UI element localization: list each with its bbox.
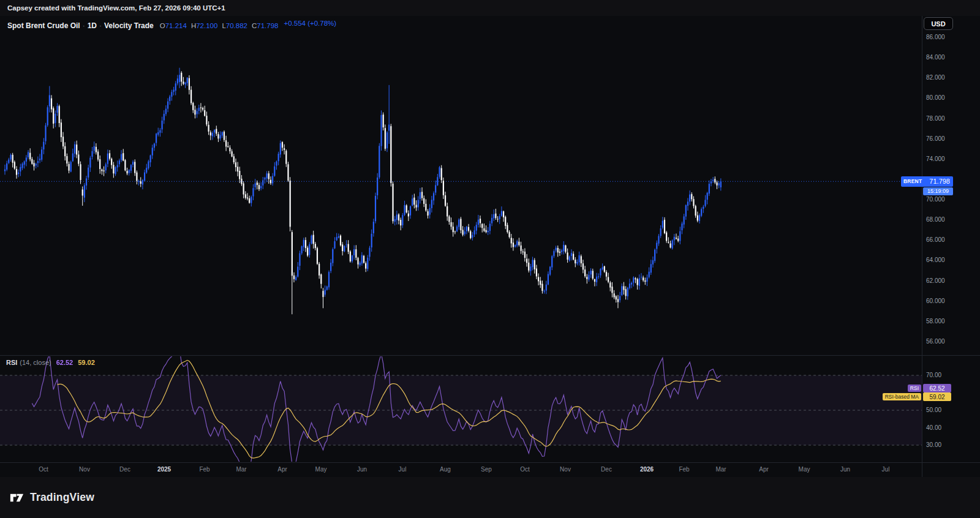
rsi-indicator-params: (14, close) — [20, 359, 51, 366]
rsi-series-label: RSI — [908, 385, 921, 392]
price-badge-symbol: BRENT — [903, 178, 922, 184]
high-label: H — [191, 22, 196, 29]
price-axis-tick: 56.000 — [926, 338, 945, 345]
attribution-text: Capsey created with TradingView.com, Feb… — [7, 4, 225, 12]
rsi-current-value: 62.52 — [56, 359, 74, 366]
tradingview-logo-icon[interactable] — [9, 489, 25, 506]
time-axis-tick: Dec — [601, 466, 612, 473]
rsi-value-badge: 62.52 — [923, 384, 951, 392]
footer-bar: TradingView — [0, 477, 980, 518]
price-axis-tick: 84.000 — [926, 54, 945, 61]
time-axis-tick: Jul — [399, 466, 407, 473]
time-axis-tick: May — [315, 466, 327, 473]
price-axis-tick: 60.000 — [926, 298, 945, 304]
open-value: 71.214 — [165, 22, 187, 29]
time-axis[interactable]: OctNovDec2025FebMarAprMayJunJulAugSepOct… — [0, 463, 922, 477]
rsi-ma-series-label: RSI-based MA — [883, 393, 921, 400]
time-axis-tick: May — [799, 466, 810, 473]
change-value: +0.554 (+0.78%) — [284, 20, 336, 31]
symbol-title[interactable]: Spot Brent Crude Oil — [7, 21, 80, 30]
high-value: 72.100 — [196, 22, 217, 29]
rsi-band-background — [0, 375, 922, 445]
price-axis-tick: 76.000 — [926, 135, 945, 142]
price-axis-tick: 64.000 — [926, 257, 945, 263]
price-axis-tick: 68.000 — [926, 216, 945, 223]
price-axis-tick: 86.000 — [926, 34, 945, 40]
time-axis-tick: Apr — [759, 466, 769, 473]
open-label: O — [160, 22, 165, 29]
interval-label[interactable]: 1D — [88, 21, 97, 30]
rsi-legend: RSI (14, close) 62.52 59.02 — [6, 359, 95, 366]
price-axis-tick: 78.000 — [926, 115, 945, 122]
time-axis-tick: Jun — [840, 466, 850, 473]
ohlc-values: O71.214 H72.100 L70.882 C71.798 +0.554 (… — [160, 20, 336, 31]
time-axis-tick: 2025 — [157, 466, 171, 473]
rsi-axis-tick: 50.00 — [926, 407, 941, 413]
price-axis-tick: 58.000 — [926, 318, 945, 325]
time-axis-tick: Aug — [440, 466, 451, 473]
candlestick-series — [4, 68, 722, 315]
time-axis-tick: Nov — [560, 466, 571, 473]
time-axis-tick: 2026 — [640, 466, 654, 473]
time-axis-tick: Mar — [715, 466, 726, 473]
tradingview-brand-text[interactable]: TradingView — [30, 491, 94, 504]
symbol-legend: Spot Brent Crude Oil · 1D · Velocity Tra… — [7, 20, 336, 31]
time-axis-tick: Oct — [520, 466, 530, 473]
rsi-axis-tick: 70.00 — [926, 372, 941, 378]
price-axis-tick: 62.000 — [926, 277, 945, 284]
close-value: 71.798 — [257, 22, 278, 29]
price-axis-tick: 82.000 — [926, 74, 945, 81]
currency-usd-button[interactable]: USD — [924, 17, 953, 30]
rsi-ma-value-badge: 59.02 — [923, 392, 951, 401]
time-axis-tick: Mar — [236, 466, 246, 473]
time-axis-tick: Jun — [357, 466, 367, 473]
time-axis-tick: Jul — [882, 466, 890, 473]
tradingview-chart-window: Capsey created with TradingView.com, Feb… — [0, 0, 980, 518]
time-axis-tick: Nov — [79, 466, 90, 473]
time-axis-tick: Dec — [119, 466, 130, 473]
bar-countdown-badge: 15:19:09 — [923, 187, 953, 195]
rsi-axis-tick: 40.00 — [926, 424, 941, 431]
rsi-axis[interactable]: 70.0060.0050.0040.0030.00 — [922, 356, 980, 462]
chart-canvas[interactable] — [0, 0, 980, 518]
time-axis-tick: Apr — [277, 466, 287, 473]
exchange-label[interactable]: Velocity Trade — [104, 21, 154, 30]
price-axis-tick: 80.000 — [926, 94, 945, 101]
legend-separator: · — [83, 21, 85, 30]
last-price-badge: BRENT 71.798 — [901, 176, 953, 187]
price-axis-tick: 74.000 — [926, 156, 945, 162]
price-axis-tick: 70.000 — [926, 196, 945, 203]
low-value: 70.882 — [226, 22, 247, 29]
price-badge-value: 71.798 — [929, 178, 950, 185]
rsi-ma-current-value: 59.02 — [78, 359, 95, 366]
time-axis-tick: Sep — [481, 466, 492, 473]
price-axis-tick: 66.000 — [926, 236, 945, 243]
legend-separator: · — [99, 21, 102, 30]
time-axis-tick: Feb — [679, 466, 689, 473]
rsi-axis-tick: 30.00 — [926, 441, 941, 448]
time-axis-tick: Feb — [199, 466, 209, 473]
time-axis-tick: Oct — [39, 466, 48, 473]
attribution-bar: Capsey created with TradingView.com, Feb… — [0, 0, 980, 16]
rsi-indicator-title[interactable]: RSI — [6, 359, 17, 366]
